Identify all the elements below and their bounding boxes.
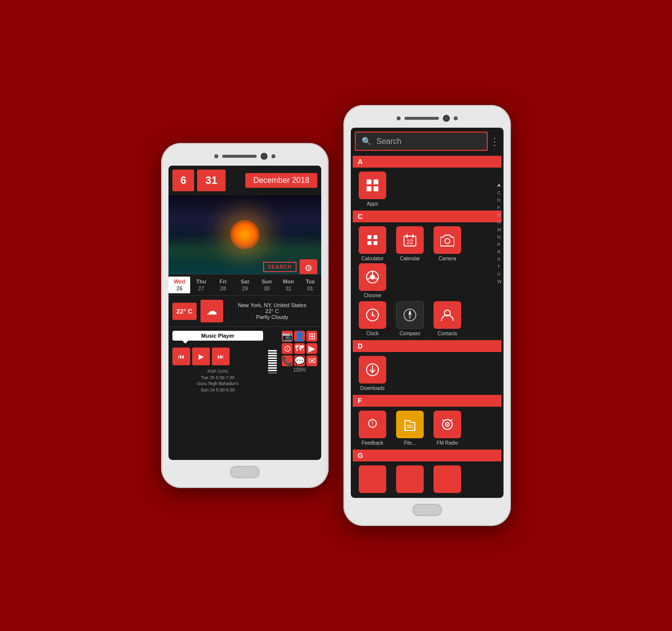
settings-icon[interactable]: ⚙ [300,259,317,274]
alpha-g[interactable]: G [498,213,502,217]
alpha-c[interactable]: C [498,191,502,195]
alpha-s[interactable]: S [498,257,502,262]
alpha-n[interactable]: N [498,235,502,240]
camera-app-button[interactable]: 📷 [282,331,293,342]
svg-rect-5 [373,235,377,239]
speaker-dot [214,154,218,158]
contacts-label: Contacts [437,331,457,336]
alpha-m[interactable]: M [498,228,502,232]
g1-icon [359,465,386,493]
apps-icon [359,172,386,199]
alpha-a[interactable]: A [498,183,502,188]
alpha-f[interactable]: F [498,206,502,210]
search-button[interactable]: SEARCH [263,262,297,272]
home-button[interactable] [230,466,260,478]
speaker-dot-2 [271,154,275,158]
feedback-label: Feedback [362,440,383,446]
alpha-d[interactable]: D [498,198,502,203]
right-speaker-dot [397,116,401,120]
svg-rect-4 [368,235,371,239]
vol-bar-6 [268,362,277,364]
date-header: 6 31 December 2018 [168,166,321,195]
app-item-calendar[interactable]: 22 Calendar [392,226,428,261]
app-item-apps[interactable]: Apps [355,172,390,207]
app-item-clock[interactable]: Clock [355,301,390,336]
cal-day-thu[interactable]: Thu 27 [190,277,212,293]
cal-day-tue[interactable]: Tue 01 [300,277,321,293]
front-camera [261,153,268,160]
play-button[interactable]: ▶ [192,348,210,365]
music-info: KGF (U/A) Tue 25 6:30-7:30 Guru Tegh Bah… [172,368,263,393]
apps-row-f: ! Feedback [353,408,502,449]
section-header-f: F [353,395,502,407]
vol-bar-7 [268,365,277,366]
app-item-feedback[interactable]: ! Feedback [355,411,390,446]
apps-label: Apps [367,201,378,207]
cal-day-mon[interactable]: Mon 31 [277,277,299,293]
svg-text:!: ! [371,420,373,427]
files-label: File... [404,440,416,446]
rewind-button[interactable]: ⏮ [172,348,190,365]
cal-day-fri[interactable]: Fri 28 [212,277,234,293]
alpha-r[interactable]: R [498,250,502,254]
fast-forward-button[interactable]: ⏭ [212,348,230,365]
chrome-app-button[interactable]: ⊙ [282,343,293,354]
alphabet-index: A C D F G H M N P R S T V W [496,179,504,288]
calculator-app-button[interactable]: ⊞ [306,331,317,342]
compass-label: Compass [400,331,420,336]
app-item-files[interactable]: File... [392,411,428,446]
app-item-downloads[interactable]: Downloads [355,356,390,391]
app-item-camera[interactable]: Camera [430,226,465,261]
contacts-app-button[interactable]: 👤 [294,331,305,342]
app-list-container: A [351,155,504,498]
chrome-icon [359,263,386,291]
alpha-v[interactable]: V [498,272,502,277]
app-item-contacts[interactable]: Contacts [430,301,465,336]
more-options-button[interactable]: ⋮ [488,134,502,149]
youtube-app-button[interactable]: ▶ [306,343,317,354]
alpha-p[interactable]: P [498,243,502,247]
calculator-icon [359,226,386,254]
app-item-g2[interactable] [392,465,428,495]
right-speaker-bar [404,117,439,120]
app-grid-container: 📷 👤 ⊞ ⊙ 🗺 ▶ 📞 💬 ✉ 100% [282,331,317,393]
weather-info: New York, NY, United States 22° C Partly… [227,302,317,320]
svg-marker-24 [408,315,411,320]
camera-icon [434,226,461,254]
phone-app-button[interactable]: 📞 [282,355,293,366]
speaker-bar [222,155,257,158]
fm-radio-icon [434,411,461,438]
svg-rect-7 [373,241,377,245]
files-icon [396,411,424,438]
alpha-h[interactable]: H [498,220,502,225]
vol-bar-8 [268,367,277,369]
app-item-fm-radio[interactable]: FM Radio [430,411,465,446]
right-home-button[interactable] [412,504,442,516]
svg-line-16 [375,278,378,280]
vol-bar-10 [268,372,277,374]
cal-day-wed[interactable]: Wed 26 [168,277,190,293]
app-item-compass[interactable]: N Compass [392,301,428,336]
month-year-label: December 2018 [245,173,317,188]
svg-rect-3 [373,186,378,191]
maps-app-button[interactable]: 🗺 [294,343,305,354]
svg-line-17 [367,278,370,280]
cal-day-sun[interactable]: Sun 30 [256,277,277,293]
music-line3: Guru Tegh Bahadur's [172,381,263,387]
music-left: Music Player ⏮ ▶ ⏭ KGF (U/A) Tue 25 6:30… [172,331,263,393]
fm-radio-label: FM Radio [437,440,458,446]
vol-bar-5 [268,360,277,361]
svg-text:22: 22 [406,239,413,245]
email-app-button[interactable]: ✉ [306,355,317,366]
messages-app-button[interactable]: 💬 [294,355,305,366]
app-item-g1[interactable] [355,465,390,495]
search-bar[interactable]: 🔍 Search [355,132,488,151]
app-item-chrome[interactable]: Chrome [355,263,390,298]
alpha-w[interactable]: W [498,280,502,284]
app-item-calculator[interactable]: Calculator [355,226,390,261]
app-list-wrapper: A [351,155,504,498]
app-item-g3[interactable] [430,465,465,495]
cal-day-sat[interactable]: Sat 29 [234,277,256,293]
right-home-button-container [412,504,442,516]
alpha-t[interactable]: T [498,265,502,269]
